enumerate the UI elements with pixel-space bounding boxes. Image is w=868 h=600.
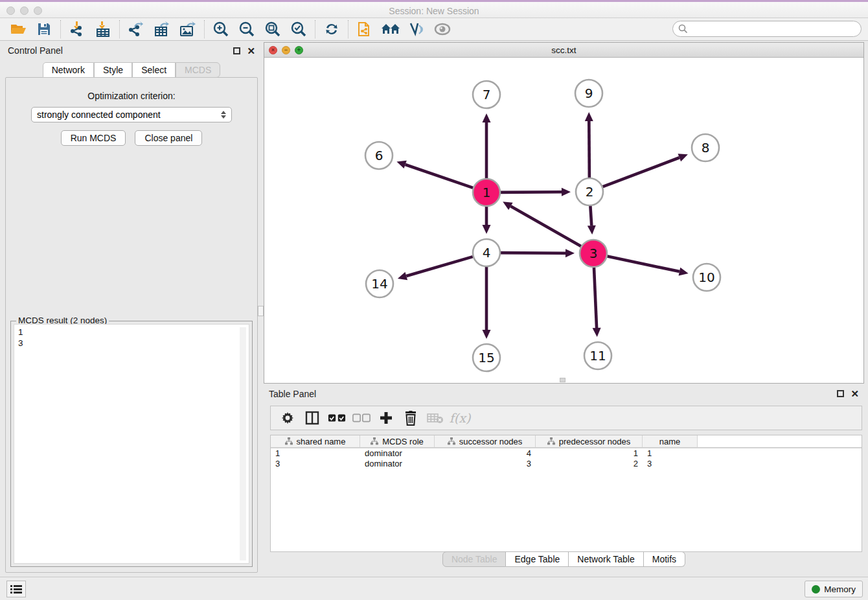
show-graphics-button[interactable] bbox=[429, 19, 455, 39]
refresh-button[interactable] bbox=[319, 19, 345, 39]
select-spinner-icon bbox=[221, 111, 226, 119]
toolbar-separator bbox=[348, 20, 348, 38]
column-header-shared-name[interactable]: shared name bbox=[271, 435, 360, 447]
show-column-button[interactable] bbox=[303, 409, 321, 427]
zoom-in-button[interactable] bbox=[208, 19, 234, 39]
search-field[interactable] bbox=[672, 21, 862, 37]
tab-select[interactable]: Select bbox=[132, 62, 176, 78]
table-tabs: Node Table Edge Table Network Table Moti… bbox=[264, 551, 864, 567]
task-history-button[interactable] bbox=[6, 581, 26, 597]
graph-edge-3-11[interactable] bbox=[594, 268, 597, 328]
column-header-name[interactable]: name bbox=[643, 435, 698, 447]
cell-shared-name[interactable]: 3 bbox=[271, 459, 360, 469]
graphics-details-icon bbox=[408, 21, 425, 37]
tab-edge-table[interactable]: Edge Table bbox=[506, 551, 569, 567]
mcds-result-textarea[interactable]: 1 3 bbox=[14, 324, 249, 564]
result-scrollbar[interactable] bbox=[240, 327, 246, 560]
graph-edge-1-6[interactable] bbox=[405, 165, 474, 188]
cell-name[interactable]: 1 bbox=[643, 448, 698, 459]
tab-motifs[interactable]: Motifs bbox=[644, 551, 685, 567]
optimization-criterion-select[interactable]: strongly connected component bbox=[31, 107, 232, 122]
table-row[interactable]: 1 dominator 4 1 1 bbox=[271, 448, 862, 459]
zoom-fit-button[interactable] bbox=[260, 19, 286, 39]
network-canvas[interactable]: 7968124314101511 bbox=[264, 58, 863, 383]
tab-style[interactable]: Style bbox=[94, 62, 132, 78]
network-hscroll-thumb[interactable] bbox=[560, 378, 565, 382]
column-header-predecessor-nodes[interactable]: predecessor nodes bbox=[536, 435, 643, 447]
export-image-button[interactable] bbox=[175, 19, 201, 39]
table-toolbar: f(x) bbox=[270, 406, 862, 430]
optimization-criterion-value: strongly connected component bbox=[37, 110, 221, 120]
add-column-button[interactable] bbox=[377, 409, 395, 427]
save-session-button[interactable] bbox=[31, 19, 57, 39]
graph-edge-arrowhead bbox=[398, 272, 407, 280]
cell-successor-nodes[interactable]: 3 bbox=[435, 459, 536, 469]
graph-edge-1-2[interactable] bbox=[501, 192, 562, 192]
zoom-selected-button[interactable] bbox=[286, 19, 312, 39]
window-titlebar: Session: New Session bbox=[0, 0, 868, 18]
checked-boxes-icon bbox=[328, 413, 346, 422]
trash-icon bbox=[404, 411, 417, 426]
column-header-successor-nodes[interactable]: successor nodes bbox=[435, 435, 536, 447]
memory-button[interactable]: Memory bbox=[805, 581, 863, 597]
table-panel-header: Table Panel ✕ bbox=[264, 386, 864, 402]
table-row[interactable]: 3 dominator 3 2 3 bbox=[271, 459, 862, 469]
graph-edge-2-3[interactable] bbox=[590, 206, 591, 225]
cell-shared-name[interactable]: 1 bbox=[271, 448, 360, 459]
graph-edge-arrowhead bbox=[585, 112, 593, 121]
export-network-button[interactable] bbox=[123, 19, 149, 39]
tab-mcds[interactable]: MCDS bbox=[176, 62, 220, 78]
network-graph[interactable]: 7968124314101511 bbox=[264, 58, 863, 383]
cell-mcds-role[interactable]: dominator bbox=[360, 459, 435, 469]
save-floppy-icon bbox=[37, 22, 51, 36]
graph-edge-2-9[interactable] bbox=[589, 121, 589, 178]
close-table-panel-icon[interactable]: ✕ bbox=[851, 390, 859, 397]
column-label: shared name bbox=[297, 437, 346, 446]
column-header-mcds-role[interactable]: MCDS role bbox=[360, 435, 435, 447]
graph-edge-2-8[interactable] bbox=[603, 157, 680, 187]
graph-edge-arrowhead bbox=[483, 113, 491, 122]
import-network-button[interactable] bbox=[64, 19, 90, 39]
network-overview-button[interactable] bbox=[378, 19, 404, 39]
export-image-icon bbox=[179, 21, 197, 38]
graph-edge-3-1[interactable] bbox=[510, 206, 581, 246]
graph-edge-arrowhead bbox=[396, 161, 406, 168]
cyndex-button[interactable] bbox=[352, 19, 378, 39]
graph-edge-3-10[interactable] bbox=[608, 257, 680, 272]
graph-edge-4-14[interactable] bbox=[406, 257, 473, 276]
column-label: MCDS role bbox=[382, 437, 424, 446]
float-table-panel-icon[interactable] bbox=[837, 390, 844, 397]
cell-predecessor-nodes[interactable]: 1 bbox=[536, 448, 643, 459]
export-table-button[interactable] bbox=[149, 19, 175, 39]
float-panel-icon[interactable] bbox=[233, 47, 240, 54]
cell-name[interactable]: 3 bbox=[643, 459, 698, 469]
graph-node-label: 15 bbox=[478, 350, 494, 365]
zoom-out-button[interactable] bbox=[234, 19, 260, 39]
tab-network[interactable]: Network bbox=[43, 62, 94, 78]
search-input[interactable] bbox=[691, 24, 861, 34]
run-mcds-button[interactable]: Run MCDS bbox=[61, 130, 126, 146]
delete-table-button[interactable] bbox=[426, 409, 444, 427]
panel-splitter-handle[interactable] bbox=[258, 306, 264, 316]
cell-mcds-role[interactable]: dominator bbox=[360, 448, 435, 459]
tab-node-table[interactable]: Node Table bbox=[442, 551, 507, 567]
import-table-button[interactable] bbox=[90, 19, 116, 39]
graph-node-label: 6 bbox=[375, 148, 383, 163]
close-panel-icon[interactable]: ✕ bbox=[247, 47, 255, 54]
cell-predecessor-nodes[interactable]: 2 bbox=[536, 459, 643, 469]
zoom-out-icon bbox=[238, 21, 255, 38]
tab-network-table[interactable]: Network Table bbox=[569, 551, 643, 567]
delete-column-button[interactable] bbox=[402, 409, 420, 427]
cell-successor-nodes[interactable]: 4 bbox=[435, 448, 536, 459]
close-panel-button[interactable]: Close panel bbox=[135, 130, 202, 146]
zoom-in-icon bbox=[212, 21, 229, 38]
import-table-icon bbox=[95, 21, 111, 38]
function-builder-button[interactable]: f(x) bbox=[451, 409, 469, 427]
deselect-all-button[interactable] bbox=[352, 409, 371, 427]
table-options-gear-button[interactable] bbox=[279, 409, 297, 427]
select-all-button[interactable] bbox=[328, 409, 346, 427]
open-session-button[interactable] bbox=[5, 19, 31, 39]
hide-graphics-details-button[interactable] bbox=[404, 19, 429, 39]
graph-edge-4-3[interactable] bbox=[501, 253, 565, 253]
node-table: shared name MCDS role successor nodes pr… bbox=[270, 435, 862, 552]
